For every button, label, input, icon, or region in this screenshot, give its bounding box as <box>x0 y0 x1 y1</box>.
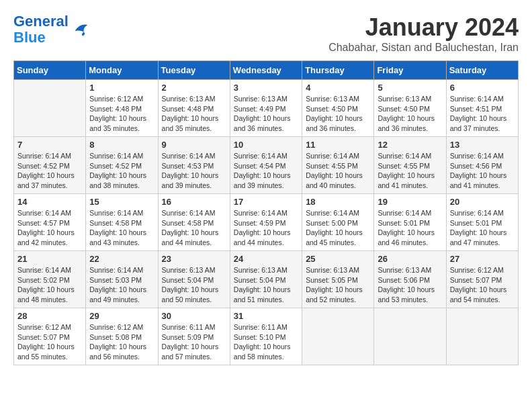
calendar-cell: 22Sunrise: 6:14 AM Sunset: 5:03 PM Dayli… <box>86 251 158 308</box>
day-info: Sunrise: 6:14 AM Sunset: 5:02 PM Dayligh… <box>17 265 82 305</box>
calendar-subtitle: Chabahar, Sistan and Baluchestan, Iran <box>328 42 519 54</box>
day-number: 27 <box>450 254 515 264</box>
day-number: 24 <box>234 254 298 264</box>
day-number: 21 <box>17 254 82 264</box>
page-header: GeneralBlue January 2024 Chabahar, Sista… <box>13 13 519 54</box>
day-info: Sunrise: 6:12 AM Sunset: 4:48 PM Dayligh… <box>89 94 154 134</box>
calendar-cell: 25Sunrise: 6:13 AM Sunset: 5:05 PM Dayli… <box>302 251 374 308</box>
calendar-cell: 10Sunrise: 6:14 AM Sunset: 4:54 PM Dayli… <box>230 137 302 194</box>
calendar-cell: 24Sunrise: 6:13 AM Sunset: 5:04 PM Dayli… <box>230 251 302 308</box>
day-info: Sunrise: 6:11 AM Sunset: 5:10 PM Dayligh… <box>234 322 298 362</box>
calendar-cell <box>446 308 518 365</box>
day-number: 13 <box>450 140 515 150</box>
calendar-cell <box>374 308 446 365</box>
day-number: 30 <box>162 311 226 321</box>
day-info: Sunrise: 6:14 AM Sunset: 5:00 PM Dayligh… <box>306 208 370 248</box>
day-info: Sunrise: 6:14 AM Sunset: 4:53 PM Dayligh… <box>162 151 226 191</box>
weekday-header: Saturday <box>446 61 518 80</box>
calendar-cell: 12Sunrise: 6:14 AM Sunset: 4:55 PM Dayli… <box>374 137 446 194</box>
day-number: 29 <box>89 311 154 321</box>
day-number: 11 <box>306 140 370 150</box>
day-number: 6 <box>450 83 515 93</box>
day-info: Sunrise: 6:14 AM Sunset: 4:55 PM Dayligh… <box>378 151 442 191</box>
day-info: Sunrise: 6:13 AM Sunset: 5:04 PM Dayligh… <box>234 265 298 305</box>
day-number: 31 <box>234 311 298 321</box>
calendar-cell: 30Sunrise: 6:11 AM Sunset: 5:09 PM Dayli… <box>158 308 230 365</box>
calendar-cell: 4Sunrise: 6:13 AM Sunset: 4:50 PM Daylig… <box>302 80 374 137</box>
calendar-cell: 14Sunrise: 6:14 AM Sunset: 4:57 PM Dayli… <box>14 194 86 251</box>
day-number: 3 <box>234 83 298 93</box>
weekday-header: Wednesday <box>230 61 302 80</box>
day-number: 18 <box>306 197 370 207</box>
calendar-cell: 28Sunrise: 6:12 AM Sunset: 5:07 PM Dayli… <box>14 308 86 365</box>
day-number: 4 <box>306 83 370 93</box>
day-info: Sunrise: 6:13 AM Sunset: 4:48 PM Dayligh… <box>162 94 226 134</box>
calendar-cell: 6Sunrise: 6:14 AM Sunset: 4:51 PM Daylig… <box>446 80 518 137</box>
calendar-cell: 26Sunrise: 6:13 AM Sunset: 5:06 PM Dayli… <box>374 251 446 308</box>
day-number: 19 <box>378 197 442 207</box>
day-number: 15 <box>89 197 154 207</box>
day-number: 16 <box>162 197 226 207</box>
day-number: 10 <box>234 140 298 150</box>
day-info: Sunrise: 6:14 AM Sunset: 4:52 PM Dayligh… <box>17 151 82 191</box>
day-info: Sunrise: 6:14 AM Sunset: 4:58 PM Dayligh… <box>89 208 154 248</box>
day-info: Sunrise: 6:14 AM Sunset: 5:01 PM Dayligh… <box>378 208 442 248</box>
day-info: Sunrise: 6:13 AM Sunset: 5:06 PM Dayligh… <box>378 265 442 305</box>
calendar-week-row: 1Sunrise: 6:12 AM Sunset: 4:48 PM Daylig… <box>14 80 519 137</box>
day-info: Sunrise: 6:14 AM Sunset: 5:03 PM Dayligh… <box>89 265 154 305</box>
day-number: 8 <box>89 140 154 150</box>
calendar-cell: 19Sunrise: 6:14 AM Sunset: 5:01 PM Dayli… <box>374 194 446 251</box>
day-number: 28 <box>17 311 82 321</box>
calendar-cell: 27Sunrise: 6:12 AM Sunset: 5:07 PM Dayli… <box>446 251 518 308</box>
calendar-body: 1Sunrise: 6:12 AM Sunset: 4:48 PM Daylig… <box>14 80 519 365</box>
calendar-cell: 11Sunrise: 6:14 AM Sunset: 4:55 PM Dayli… <box>302 137 374 194</box>
calendar-cell: 1Sunrise: 6:12 AM Sunset: 4:48 PM Daylig… <box>86 80 158 137</box>
day-info: Sunrise: 6:13 AM Sunset: 4:49 PM Dayligh… <box>234 94 298 134</box>
calendar-header-row: SundayMondayTuesdayWednesdayThursdayFrid… <box>14 61 519 80</box>
day-info: Sunrise: 6:14 AM Sunset: 4:52 PM Dayligh… <box>89 151 154 191</box>
day-number: 5 <box>378 83 442 93</box>
day-number: 9 <box>162 140 226 150</box>
calendar-cell: 18Sunrise: 6:14 AM Sunset: 5:00 PM Dayli… <box>302 194 374 251</box>
day-info: Sunrise: 6:12 AM Sunset: 5:07 PM Dayligh… <box>450 265 515 305</box>
calendar-cell: 17Sunrise: 6:14 AM Sunset: 4:59 PM Dayli… <box>230 194 302 251</box>
day-number: 7 <box>17 140 82 150</box>
calendar-week-row: 14Sunrise: 6:14 AM Sunset: 4:57 PM Dayli… <box>14 194 519 251</box>
calendar-cell: 5Sunrise: 6:13 AM Sunset: 4:50 PM Daylig… <box>374 80 446 137</box>
weekday-header: Sunday <box>14 61 86 80</box>
day-number: 1 <box>89 83 154 93</box>
calendar-cell: 21Sunrise: 6:14 AM Sunset: 5:02 PM Dayli… <box>14 251 86 308</box>
day-number: 20 <box>450 197 515 207</box>
calendar-cell: 15Sunrise: 6:14 AM Sunset: 4:58 PM Dayli… <box>86 194 158 251</box>
day-info: Sunrise: 6:14 AM Sunset: 4:56 PM Dayligh… <box>450 151 515 191</box>
day-number: 23 <box>162 254 226 264</box>
day-info: Sunrise: 6:13 AM Sunset: 4:50 PM Dayligh… <box>306 94 370 134</box>
day-info: Sunrise: 6:14 AM Sunset: 4:55 PM Dayligh… <box>306 151 370 191</box>
weekday-header: Friday <box>374 61 446 80</box>
day-number: 17 <box>234 197 298 207</box>
calendar-cell: 3Sunrise: 6:13 AM Sunset: 4:49 PM Daylig… <box>230 80 302 137</box>
calendar-cell: 9Sunrise: 6:14 AM Sunset: 4:53 PM Daylig… <box>158 137 230 194</box>
day-info: Sunrise: 6:11 AM Sunset: 5:09 PM Dayligh… <box>162 322 226 362</box>
day-info: Sunrise: 6:14 AM Sunset: 4:59 PM Dayligh… <box>234 208 298 248</box>
day-info: Sunrise: 6:14 AM Sunset: 4:57 PM Dayligh… <box>17 208 82 248</box>
calendar-cell: 29Sunrise: 6:12 AM Sunset: 5:08 PM Dayli… <box>86 308 158 365</box>
day-number: 2 <box>162 83 226 93</box>
day-info: Sunrise: 6:12 AM Sunset: 5:07 PM Dayligh… <box>17 322 82 362</box>
day-info: Sunrise: 6:13 AM Sunset: 5:04 PM Dayligh… <box>162 265 226 305</box>
calendar-cell: 13Sunrise: 6:14 AM Sunset: 4:56 PM Dayli… <box>446 137 518 194</box>
calendar-cell <box>14 80 86 137</box>
weekday-header: Monday <box>86 61 158 80</box>
calendar-cell: 20Sunrise: 6:14 AM Sunset: 5:01 PM Dayli… <box>446 194 518 251</box>
day-info: Sunrise: 6:14 AM Sunset: 4:58 PM Dayligh… <box>162 208 226 248</box>
day-info: Sunrise: 6:13 AM Sunset: 5:05 PM Dayligh… <box>306 265 370 305</box>
day-info: Sunrise: 6:13 AM Sunset: 4:50 PM Dayligh… <box>378 94 442 134</box>
calendar-cell: 2Sunrise: 6:13 AM Sunset: 4:48 PM Daylig… <box>158 80 230 137</box>
calendar-title: January 2024 <box>328 13 519 42</box>
day-number: 25 <box>306 254 370 264</box>
calendar-cell <box>302 308 374 365</box>
weekday-header: Tuesday <box>158 61 230 80</box>
day-info: Sunrise: 6:12 AM Sunset: 5:08 PM Dayligh… <box>89 322 154 362</box>
calendar-week-row: 7Sunrise: 6:14 AM Sunset: 4:52 PM Daylig… <box>14 137 519 194</box>
logo-text: GeneralBlue <box>13 13 69 46</box>
